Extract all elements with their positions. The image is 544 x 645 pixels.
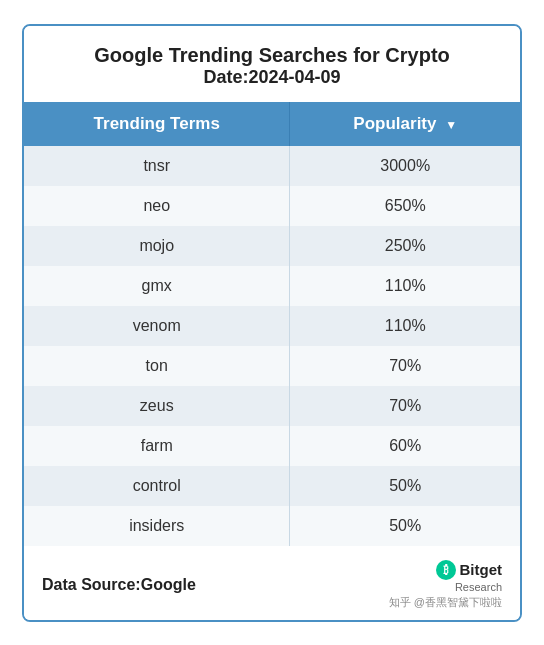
cell-popularity: 110% bbox=[290, 306, 520, 346]
table-header-row: Trending Terms Popularity ▼ bbox=[24, 102, 520, 146]
cell-popularity: 250% bbox=[290, 226, 520, 266]
title-block: Google Trending Searches for Crypto Date… bbox=[24, 26, 520, 102]
table-row: venom110% bbox=[24, 306, 520, 346]
cell-popularity: 3000% bbox=[290, 146, 520, 186]
table-row: neo650% bbox=[24, 186, 520, 226]
cell-term: tnsr bbox=[24, 146, 290, 186]
cell-popularity: 70% bbox=[290, 386, 520, 426]
cell-popularity: 60% bbox=[290, 426, 520, 466]
title-line2: Date:2024-04-09 bbox=[44, 67, 500, 88]
data-source-label: Data Source:Google bbox=[42, 576, 196, 594]
sort-icon[interactable]: ▼ bbox=[445, 118, 457, 132]
watermark-text: 知乎 @香黑智黛下啦啦 bbox=[389, 595, 502, 610]
cell-term: control bbox=[24, 466, 290, 506]
bitget-icon: ₿ bbox=[436, 560, 456, 580]
main-card: Google Trending Searches for Crypto Date… bbox=[22, 24, 522, 622]
col-header-terms: Trending Terms bbox=[24, 102, 290, 146]
table-row: ton70% bbox=[24, 346, 520, 386]
trending-table: Trending Terms Popularity ▼ tnsr3000%neo… bbox=[24, 102, 520, 546]
cell-popularity: 50% bbox=[290, 466, 520, 506]
cell-term: gmx bbox=[24, 266, 290, 306]
table-row: control50% bbox=[24, 466, 520, 506]
table-row: gmx110% bbox=[24, 266, 520, 306]
title-line1: Google Trending Searches for Crypto bbox=[44, 44, 500, 67]
table-row: zeus70% bbox=[24, 386, 520, 426]
cell-popularity: 50% bbox=[290, 506, 520, 546]
cell-term: zeus bbox=[24, 386, 290, 426]
table-row: tnsr3000% bbox=[24, 146, 520, 186]
cell-popularity: 110% bbox=[290, 266, 520, 306]
col-header-popularity: Popularity ▼ bbox=[290, 102, 520, 146]
bitget-logo: ₿ Bitget Research 知乎 @香黑智黛下啦啦 bbox=[389, 560, 502, 610]
bitget-name: Bitget bbox=[460, 561, 503, 578]
bitget-sub: Research bbox=[455, 581, 502, 593]
cell-popularity: 70% bbox=[290, 346, 520, 386]
cell-term: ton bbox=[24, 346, 290, 386]
table-row: mojo250% bbox=[24, 226, 520, 266]
cell-term: mojo bbox=[24, 226, 290, 266]
table-row: insiders50% bbox=[24, 506, 520, 546]
cell-popularity: 650% bbox=[290, 186, 520, 226]
cell-term: farm bbox=[24, 426, 290, 466]
cell-term: insiders bbox=[24, 506, 290, 546]
bitget-brand: ₿ Bitget bbox=[436, 560, 503, 580]
footer: Data Source:Google ₿ Bitget Research 知乎 … bbox=[24, 546, 520, 620]
cell-term: venom bbox=[24, 306, 290, 346]
cell-term: neo bbox=[24, 186, 290, 226]
table-row: farm60% bbox=[24, 426, 520, 466]
